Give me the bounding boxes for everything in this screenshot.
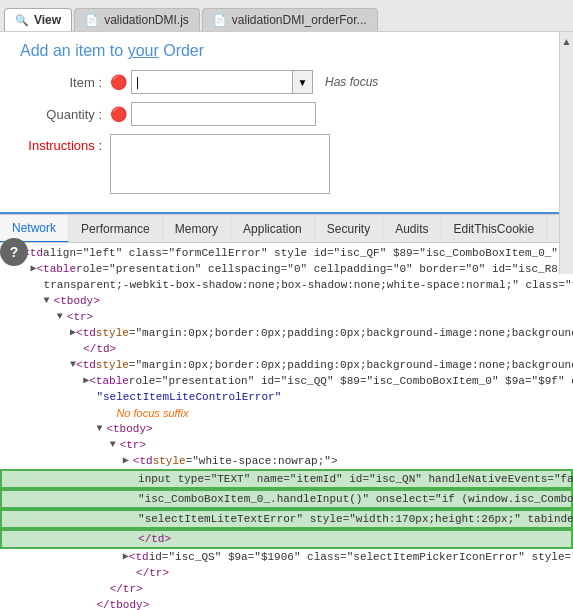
- scroll-up-arrow[interactable]: ▲: [562, 36, 572, 47]
- code-line-9: ▶ <table role="presentation" id="isc_QQ"…: [0, 373, 573, 389]
- item-input[interactable]: [132, 71, 292, 93]
- tab-validation-dmi-orderform[interactable]: 📄 validationDMI_orderFor...: [202, 8, 378, 31]
- item-dropdown-button[interactable]: ▼: [292, 71, 312, 93]
- scroll-sidebar: ▲: [559, 32, 573, 274]
- code-line-2: ▶ <table role="presentation" cellspacing…: [0, 261, 573, 277]
- code-line-5: ▼ <tr>: [0, 309, 573, 325]
- code-line-10: "selectItemLiteControlError": [0, 389, 573, 405]
- js-file-icon: 📄: [85, 14, 99, 27]
- item-row: Item : 🔴 ▼ Has focus: [20, 70, 553, 94]
- item-label: Item :: [20, 75, 110, 90]
- code-line-7: </td>: [0, 341, 573, 357]
- devtools-panel: Network Performance Memory Application S…: [0, 214, 573, 610]
- devtools-tab-audits[interactable]: Audits: [383, 215, 441, 243]
- code-line-highlighted-4: </td>: [0, 529, 573, 549]
- form-panel: Add an item to your Order Item : 🔴 ▼ Has…: [0, 32, 573, 214]
- code-line-17: </tbody>: [0, 597, 573, 610]
- devtools-tab-memory[interactable]: Memory: [163, 215, 231, 243]
- editor-tab-bar: 🔍 View 📄 validationDMI.js 📄 validationDM…: [0, 0, 573, 32]
- devtools-content: ▶ <td align="left" class="formCellError"…: [0, 243, 573, 610]
- instructions-textarea[interactable]: [110, 134, 330, 194]
- code-line-13: ▶ <td style="white-space:nowrap;">: [0, 453, 573, 469]
- tab-validation-dmi-js[interactable]: 📄 validationDMI.js: [74, 8, 200, 31]
- instructions-label: Instructions :: [20, 134, 110, 153]
- item-error-icon: 🔴: [110, 74, 127, 90]
- instructions-row: Instructions :: [20, 134, 553, 194]
- code-line-highlighted-2: "isc_ComboBoxItem_0_.handleInput()" onse…: [0, 489, 573, 509]
- code-line-11: ▼ <tbody>: [0, 421, 573, 437]
- code-line-12: ▼ <tr>: [0, 437, 573, 453]
- code-line-6: ▶ <td style="margin:0px;border:0px;paddi…: [0, 325, 573, 341]
- quantity-input[interactable]: [132, 103, 315, 125]
- devtools-tab-application[interactable]: Application: [231, 215, 315, 243]
- js-file-icon-2: 📄: [213, 14, 227, 27]
- quantity-label: Quantity :: [20, 107, 110, 122]
- quantity-error-icon: 🔴: [110, 106, 127, 122]
- code-line-14: ▶ <td id="isc_QS" $9a="$1906" class="sel…: [0, 549, 573, 565]
- no-focus-line: No focus suffix: [0, 405, 573, 421]
- code-line-1: ▶ <td align="left" class="formCellError"…: [0, 245, 573, 261]
- quantity-row: Quantity : 🔴: [20, 102, 553, 126]
- devtools-tab-bar: Network Performance Memory Application S…: [0, 215, 573, 243]
- code-line-16: </tr>: [0, 581, 573, 597]
- view-icon: 🔍: [15, 14, 29, 27]
- devtools-tab-editthiscookie[interactable]: EditThisCookie: [442, 215, 548, 243]
- tab-view[interactable]: 🔍 View: [4, 8, 72, 31]
- devtools-tab-performance[interactable]: Performance: [69, 215, 163, 243]
- code-line-3: transparent;-webkit-box-shadow:none;box-…: [0, 277, 573, 293]
- code-line-highlighted-1: input type="TEXT" name="itemId" id="isc_…: [0, 469, 573, 489]
- code-line-4: ▼ <tbody>: [0, 293, 573, 309]
- help-button[interactable]: ?: [0, 238, 28, 266]
- code-line-15: </tr>: [0, 565, 573, 581]
- devtools-tab-security[interactable]: Security: [315, 215, 383, 243]
- has-focus-label: Has focus: [325, 75, 378, 89]
- code-line-8: ▼ <td style="margin:0px;border:0px;paddi…: [0, 357, 573, 373]
- quantity-input-container: [131, 102, 316, 126]
- item-input-container: ▼: [131, 70, 313, 94]
- form-title: Add an item to your Order: [20, 42, 553, 60]
- code-line-highlighted-3: "selectItemLiteTextError" style="width:1…: [0, 509, 573, 529]
